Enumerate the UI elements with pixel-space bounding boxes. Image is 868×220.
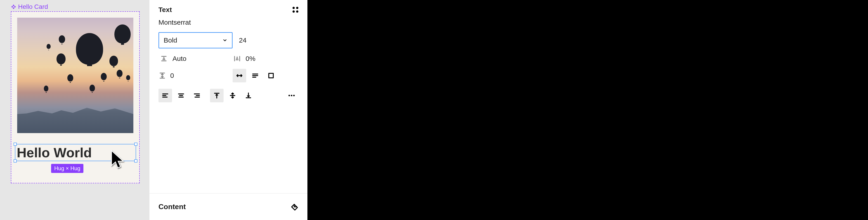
font-size-field[interactable]: 24	[239, 36, 246, 44]
chevron-down-icon	[222, 38, 227, 43]
resize-mode-group	[232, 69, 278, 82]
svg-point-1	[288, 95, 290, 97]
apply-variable-icon[interactable]	[291, 203, 298, 211]
autolayout-size-badge: Hug × Hug	[51, 164, 84, 173]
panel-settings-icon[interactable]	[292, 7, 298, 13]
card-image	[17, 18, 133, 133]
more-type-options-button[interactable]	[285, 89, 298, 102]
resize-handle-top-right[interactable]	[134, 143, 137, 146]
fixed-size-button[interactable]	[264, 69, 278, 82]
resize-handle-bottom-left[interactable]	[13, 159, 17, 163]
align-center-button[interactable]	[174, 89, 188, 102]
align-left-button[interactable]	[158, 89, 172, 102]
font-weight-value: Bold	[164, 36, 177, 44]
auto-width-button[interactable]	[232, 69, 246, 82]
align-right-button[interactable]	[190, 89, 204, 102]
component-icon	[11, 4, 16, 9]
cursor-icon	[110, 150, 126, 170]
align-top-button[interactable]	[210, 89, 223, 102]
vertical-align-group	[210, 89, 255, 102]
svg-point-2	[291, 95, 292, 97]
content-section-title[interactable]: Content	[158, 202, 186, 211]
letter-spacing-value[interactable]: 0%	[246, 55, 255, 62]
horizontal-align-group	[158, 89, 204, 102]
auto-height-button[interactable]	[248, 69, 262, 82]
text-properties-panel: Text Montserrat Bold 24 Auto	[149, 0, 307, 220]
font-family-field[interactable]: Montserrat	[158, 19, 298, 26]
card-frame[interactable]: Hello World Hug × Hug	[11, 11, 140, 183]
empty-region	[307, 0, 868, 220]
component-instance-label[interactable]: Hello Card	[11, 3, 48, 10]
resize-handle-bottom-right[interactable]	[134, 159, 137, 163]
resize-handle-top-left[interactable]	[13, 143, 17, 146]
line-height-icon	[158, 55, 169, 62]
font-weight-select[interactable]: Bold	[158, 32, 232, 49]
align-middle-button[interactable]	[226, 89, 239, 102]
svg-rect-0	[269, 73, 273, 78]
panel-title: Text	[158, 6, 172, 13]
design-canvas[interactable]: Hello Card Hello World Hug × Hug	[0, 0, 149, 220]
line-height-value[interactable]: Auto	[173, 55, 186, 62]
align-bottom-button[interactable]	[242, 89, 255, 102]
svg-point-3	[293, 95, 295, 97]
letter-spacing-icon	[232, 55, 243, 62]
paragraph-spacing-icon	[158, 72, 166, 79]
paragraph-spacing-value[interactable]: 0	[170, 72, 174, 79]
component-label-text: Hello Card	[18, 3, 48, 10]
